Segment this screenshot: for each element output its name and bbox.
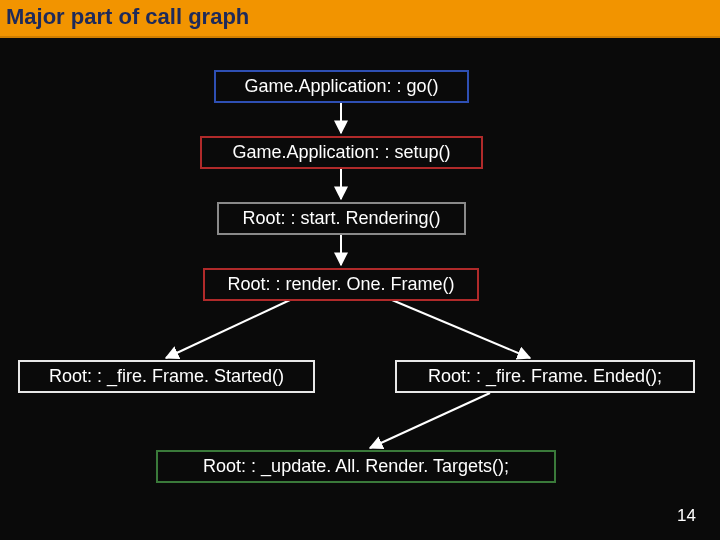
node-update-targets: Root: : _update. All. Render. Targets(); [156,450,556,483]
svg-line-3 [166,300,290,358]
page-number: 14 [677,506,696,526]
node-go: Game.Application: : go() [214,70,469,103]
svg-line-4 [392,300,530,358]
node-setup: Game.Application: : setup() [200,136,483,169]
svg-line-5 [370,393,490,448]
title-bar: Major part of call graph [0,0,720,38]
slide-title: Major part of call graph [6,4,712,30]
node-start-render: Root: : start. Rendering() [217,202,466,235]
node-fire-ended: Root: : _fire. Frame. Ended(); [395,360,695,393]
node-fire-started: Root: : _fire. Frame. Started() [18,360,315,393]
diagram-canvas: Game.Application: : go() Game.Applicatio… [0,40,720,540]
node-render-one: Root: : render. One. Frame() [203,268,479,301]
